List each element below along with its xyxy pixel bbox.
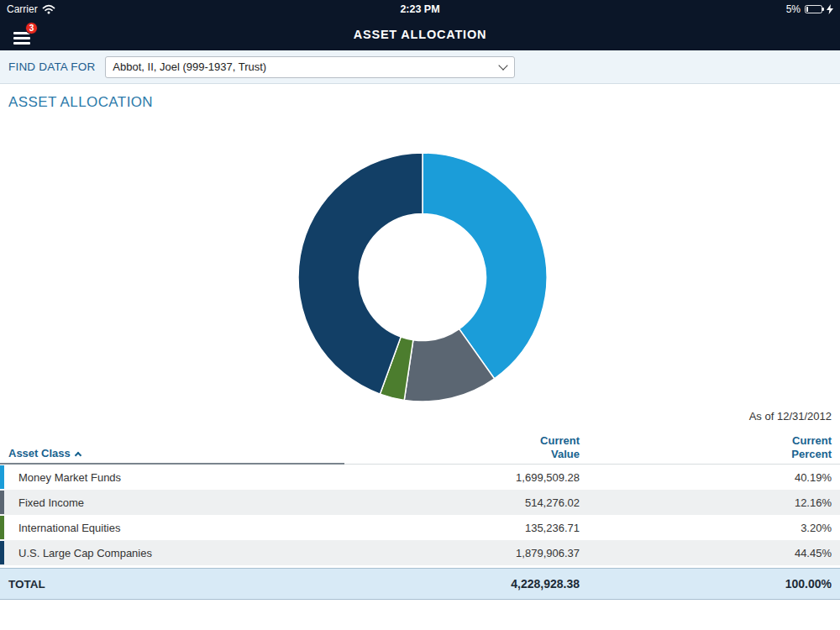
series-color-bar [0,465,4,489]
table-header-row: Asset Class Current Value Current Percen… [0,431,840,465]
battery-percent-label: 5% [786,3,801,15]
series-color-bar [0,541,4,564]
total-row: TOTAL 4,228,928.38 100.00% [0,568,840,600]
find-data-label: FIND DATA FOR [8,60,95,73]
current-value-column-header: Current Value [531,434,580,461]
total-percent: 100.00% [785,577,832,591]
table-row: Fixed Income 514,276.02 12.16% [0,490,840,515]
current-value-cell: 1,699,509.28 [516,471,580,484]
current-percent-cell: 44.45% [795,547,832,559]
page-title: ASSET ALLOCATION [0,18,840,50]
asset-allocation-donut-chart[interactable] [297,151,549,403]
battery-icon [805,5,822,13]
total-label: TOTAL [8,578,45,591]
account-select[interactable]: Abbot, II, Joel (999-1937, Trust) [105,56,515,78]
series-color-bar [0,516,4,539]
status-bar: Carrier 2:23 PM 5% [0,0,840,18]
current-percent-cell: 3.20% [801,522,832,534]
current-value-cell: 514,276.02 [525,496,580,509]
current-value-cell: 1,879,906.37 [516,547,580,559]
asset-class-cell: Money Market Funds [18,471,121,484]
clock: 2:23 PM [0,0,840,18]
asset-class-cell: U.S. Large Cap Companies [18,547,152,559]
nav-bar: ASSET ALLOCATION 3 [0,18,840,50]
hamburger-menu-icon [13,32,30,47]
find-data-bar: FIND DATA FOR Abbot, II, Joel (999-1937,… [0,50,840,84]
current-percent-column-header: Current Percent [781,434,832,461]
current-value-cell: 135,236.71 [525,522,580,534]
sort-ascending-caret-icon [74,452,81,459]
charging-bolt-icon [827,4,833,14]
asset-class-cell: International Equities [18,522,120,534]
account-select-wrap: Abbot, II, Joel (999-1937, Trust) [105,56,515,78]
section-heading: ASSET ALLOCATION [8,94,153,111]
table-row: Money Market Funds 1,699,509.28 40.19% [0,465,840,490]
asset-allocation-table: Asset Class Current Value Current Percen… [0,431,840,600]
table-row: International Equities 135,236.71 3.20% [0,515,840,540]
current-percent-cell: 40.19% [795,471,832,484]
carrier-label: Carrier [7,3,38,15]
wifi-icon [42,4,55,14]
asset-class-cell: Fixed Income [18,496,84,509]
current-percent-cell: 12.16% [795,496,832,509]
total-value: 4,228,928.38 [511,577,580,591]
app-header: Carrier 2:23 PM 5% ASSET ALLOCATION 3 [0,0,840,50]
table-row: U.S. Large Cap Companies 1,879,906.37 44… [0,540,840,565]
series-color-bar [0,491,4,514]
asset-class-column-header[interactable]: Asset Class [8,447,81,459]
menu-button[interactable]: 3 [12,24,40,47]
as-of-date-label: As of 12/31/2012 [749,410,832,423]
notification-badge: 3 [25,22,38,34]
